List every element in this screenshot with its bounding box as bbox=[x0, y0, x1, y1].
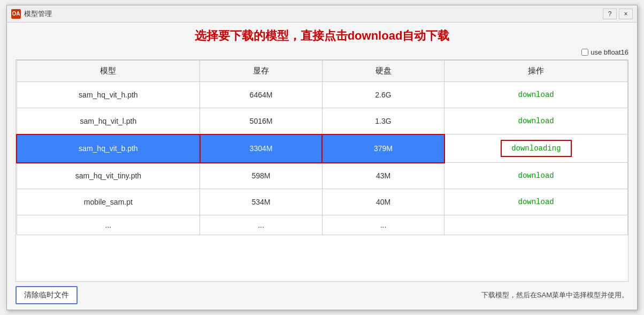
col-header-action: 操作 bbox=[444, 61, 628, 82]
table-row[interactable]: ......... bbox=[17, 215, 628, 235]
footer-help-text: 下载模型，然后在SAM菜单中选择模型并使用。 bbox=[481, 290, 628, 300]
title-bar-left: OA 模型管理 bbox=[11, 9, 52, 19]
cell-model-name: sam_hq_vit_b.pth bbox=[17, 134, 200, 163]
cell-disk: 1.3G bbox=[322, 108, 444, 134]
cell-disk: 379M bbox=[322, 134, 444, 163]
download-button[interactable]: download bbox=[509, 87, 564, 102]
col-header-disk: 硬盘 bbox=[322, 61, 444, 82]
cell-model-name: mobile_sam.pt bbox=[17, 189, 200, 215]
cell-disk: 43M bbox=[322, 163, 444, 189]
model-table-container[interactable]: 模型 显存 硬盘 操作 sam_hq_vit_h.pth6464M2.6Gdow… bbox=[16, 59, 628, 282]
table-header-row: 模型 显存 硬盘 操作 bbox=[17, 61, 628, 82]
bfloat-checkbox-row: use bfloat16 bbox=[16, 48, 628, 56]
content-area: 选择要下载的模型，直接点击download自动下载 use bfloat16 模… bbox=[7, 22, 637, 310]
cell-action[interactable]: download bbox=[444, 108, 628, 134]
main-window: OA 模型管理 ? × 选择要下载的模型，直接点击download自动下载 us… bbox=[6, 5, 638, 310]
bfloat16-label[interactable]: use bfloat16 bbox=[591, 48, 628, 56]
cell-model-name: sam_hq_vit_h.pth bbox=[17, 82, 200, 108]
table-row[interactable]: sam_hq_vit_b.pth3304M379Mdownloading bbox=[17, 134, 628, 163]
table-row[interactable]: mobile_sam.pt534M40Mdownload bbox=[17, 189, 628, 215]
cell-disk: 40M bbox=[322, 189, 444, 215]
cell-vram: 534M bbox=[200, 189, 323, 215]
col-header-vram: 显存 bbox=[200, 61, 323, 82]
cell-vram: 3304M bbox=[200, 134, 323, 163]
footer: 清除临时文件 下载模型，然后在SAM菜单中选择模型并使用。 bbox=[16, 282, 628, 304]
cell-action[interactable]: download bbox=[444, 163, 628, 189]
title-bar-right: ? × bbox=[603, 9, 633, 19]
cell-vram: 5016M bbox=[200, 108, 323, 134]
download-button[interactable]: download bbox=[509, 194, 564, 209]
cell-action[interactable]: downloading bbox=[444, 134, 628, 163]
cell-action[interactable]: download bbox=[444, 82, 628, 108]
cell-vram: 598M bbox=[200, 163, 323, 189]
cell-model-name: ... bbox=[17, 215, 200, 235]
cell-model-name: sam_hq_vit_tiny.pth bbox=[17, 163, 200, 189]
cell-action[interactable]: download bbox=[444, 189, 628, 215]
downloading-button[interactable]: downloading bbox=[501, 140, 571, 157]
window-title: 模型管理 bbox=[24, 9, 52, 19]
cell-action[interactable] bbox=[444, 215, 628, 235]
cell-disk: ... bbox=[322, 215, 444, 235]
bfloat16-checkbox[interactable] bbox=[581, 49, 588, 56]
cell-model-name: sam_hq_vit_l.pth bbox=[17, 108, 200, 134]
table-row[interactable]: sam_hq_vit_h.pth6464M2.6Gdownload bbox=[17, 82, 628, 108]
cell-vram: 6464M bbox=[200, 82, 323, 108]
page-title: 选择要下载的模型，直接点击download自动下载 bbox=[16, 28, 628, 44]
app-icon: OA bbox=[11, 9, 21, 19]
clear-temp-button[interactable]: 清除临时文件 bbox=[16, 286, 78, 304]
close-button[interactable]: × bbox=[619, 9, 633, 19]
download-button[interactable]: download bbox=[509, 168, 564, 183]
table-row[interactable]: sam_hq_vit_l.pth5016M1.3Gdownload bbox=[17, 108, 628, 134]
help-button[interactable]: ? bbox=[603, 9, 617, 19]
cell-vram: ... bbox=[200, 215, 323, 235]
cell-disk: 2.6G bbox=[322, 82, 444, 108]
model-table: 模型 显存 硬盘 操作 sam_hq_vit_h.pth6464M2.6Gdow… bbox=[16, 60, 628, 235]
download-button[interactable]: download bbox=[509, 114, 564, 129]
title-bar: OA 模型管理 ? × bbox=[7, 5, 637, 22]
table-body: sam_hq_vit_h.pth6464M2.6Gdownloadsam_hq_… bbox=[17, 82, 628, 235]
table-row[interactable]: sam_hq_vit_tiny.pth598M43Mdownload bbox=[17, 163, 628, 189]
col-header-model: 模型 bbox=[17, 61, 200, 82]
